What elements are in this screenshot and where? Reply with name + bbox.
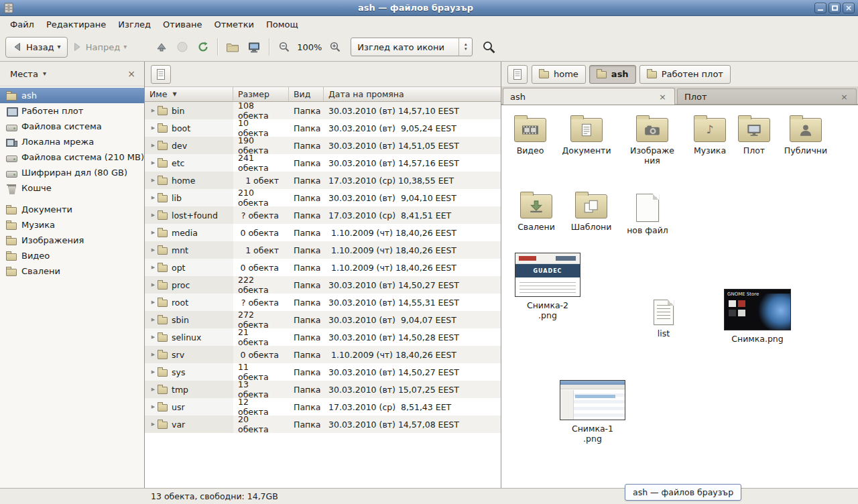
path-button[interactable]: Работен плот: [639, 65, 731, 84]
expander-icon[interactable]: ▶: [149, 212, 158, 218]
icon-item-public[interactable]: Публични: [778, 115, 834, 155]
back-button[interactable]: Назад ▾: [5, 37, 68, 58]
icon-item-templates[interactable]: Шаблони: [563, 191, 619, 232]
places-item[interactable]: Свалени: [0, 263, 144, 279]
file-row[interactable]: ▶ sys 11 обекта Папка 30.03.2010 (вт) 14…: [145, 363, 501, 381]
file-row[interactable]: ▶ home 1 обект Папка 17.03.2010 (ср) 10,…: [145, 172, 501, 189]
path-button[interactable]: home: [532, 65, 586, 84]
menu-edit[interactable]: Редактиране: [40, 17, 112, 32]
window-icon[interactable]: [3, 3, 14, 13]
search-button[interactable]: [478, 37, 500, 58]
icon-item-documents[interactable]: Документи: [558, 115, 615, 155]
menu-bookmarks[interactable]: Отметки: [208, 17, 259, 32]
maximize-button[interactable]: [829, 3, 841, 13]
computer-button[interactable]: [243, 37, 265, 58]
icon-item-snimka[interactable]: GNOME Store Снимка.png: [721, 288, 794, 344]
icon-item-new-file[interactable]: нов файл: [619, 191, 676, 235]
location-toggle-button[interactable]: [151, 65, 171, 84]
file-row[interactable]: ▶ media 0 обекта Папка 1.10.2009 (чт) 18…: [145, 224, 501, 241]
file-row[interactable]: ▶ lost+found ? обекта Папка 17.03.2010 (…: [145, 206, 501, 224]
icon-item-pictures[interactable]: Изображения: [622, 115, 682, 166]
icon-item-snimka2[interactable]: GUADEC Снимка-2.png: [511, 251, 585, 320]
file-row[interactable]: ▶ mnt 1 обект Папка 1.10.2009 (чт) 18,40…: [145, 241, 501, 259]
expander-icon[interactable]: ▶: [149, 387, 158, 392]
home-button[interactable]: [222, 37, 243, 58]
file-row[interactable]: ▶ bin 108 обекта Папка 30.03.2010 (вт) 1…: [145, 102, 501, 119]
sidebar-mode-selector[interactable]: Места ▾: [6, 67, 50, 81]
reload-button[interactable]: [192, 37, 213, 58]
expander-icon[interactable]: ▶: [149, 317, 158, 322]
icon-item-snimka1[interactable]: Снимка-1.png: [556, 379, 629, 444]
expander-icon[interactable]: ▶: [149, 404, 158, 410]
file-row[interactable]: ▶ tmp 13 обекта Папка 30.03.2010 (вт) 15…: [145, 381, 501, 398]
column-header-size[interactable]: Размер: [233, 87, 289, 101]
file-row[interactable]: ▶ selinux 21 обекта Папка 30.03.2010 (вт…: [145, 328, 501, 346]
expander-icon[interactable]: ▶: [149, 125, 158, 131]
icon-view[interactable]: Видео Документи Изображения ♪ Музика Пло…: [501, 105, 858, 488]
file-row[interactable]: ▶ srv 0 обекта Папка 1.10.2009 (чт) 18,4…: [145, 346, 501, 363]
file-row[interactable]: ▶ root ? обекта Папка 30.03.2010 (вт) 14…: [145, 294, 501, 311]
menu-go[interactable]: Отиване: [157, 17, 208, 32]
tab-close-icon[interactable]: ×: [658, 92, 668, 101]
window-titlebar[interactable]: ash — файлов браузър ×: [0, 0, 858, 16]
places-item[interactable]: Кошче: [0, 180, 144, 196]
expander-icon[interactable]: ▶: [149, 230, 158, 235]
menu-view[interactable]: Изглед: [112, 17, 157, 32]
places-item[interactable]: Музика: [0, 217, 144, 233]
stop-button[interactable]: [172, 37, 192, 58]
places-item[interactable]: Документи: [0, 202, 144, 217]
places-item[interactable]: ash: [0, 88, 144, 103]
column-header-type[interactable]: Вид: [289, 87, 324, 101]
expander-icon[interactable]: ▶: [149, 247, 158, 253]
expander-icon[interactable]: ▶: [149, 143, 158, 148]
places-item[interactable]: Локална мрежа: [0, 134, 144, 149]
expander-icon[interactable]: ▶: [149, 108, 158, 113]
file-row[interactable]: ▶ dev 190 обекта Папка 30.03.2010 (вт) 1…: [145, 137, 501, 154]
expander-icon[interactable]: ▶: [149, 369, 158, 375]
file-row[interactable]: ▶ usr 12 обекта Папка 17.03.2010 (ср) 8,…: [145, 398, 501, 416]
file-row[interactable]: ▶ etc 241 обекта Папка 30.03.2010 (вт) 1…: [145, 154, 501, 172]
forward-button[interactable]: Напред ▾: [68, 37, 131, 58]
path-button[interactable]: ash: [589, 65, 636, 84]
column-header-date[interactable]: Дата на промяна: [324, 87, 501, 101]
places-item[interactable]: Работен плот: [0, 103, 144, 119]
places-item[interactable]: Шифриран дял (80 GB): [0, 165, 144, 180]
close-button[interactable]: ×: [843, 3, 855, 13]
places-item[interactable]: Изображения: [0, 233, 144, 248]
tab-ash[interactable]: ash ×: [503, 88, 675, 105]
file-row[interactable]: ▶ lib 210 обекта Папка 30.03.2010 (вт) 9…: [145, 189, 501, 206]
icon-item-desktop[interactable]: Плот: [729, 115, 780, 155]
file-row[interactable]: ▶ var 20 обекта Папка 30.03.2010 (вт) 14…: [145, 416, 501, 433]
sidebar-close-button[interactable]: ×: [125, 68, 138, 80]
file-row[interactable]: ▶ boot 10 обекта Папка 30.03.2010 (вт) 9…: [145, 119, 501, 137]
expander-icon[interactable]: ▶: [149, 265, 158, 270]
minimize-button[interactable]: [814, 3, 826, 13]
file-row[interactable]: ▶ opt 0 обекта Папка 1.10.2009 (чт) 18,4…: [145, 259, 501, 276]
expander-icon[interactable]: ▶: [149, 334, 158, 340]
expander-icon[interactable]: ▶: [149, 282, 158, 288]
menu-help[interactable]: Помощ: [260, 17, 304, 32]
expander-icon[interactable]: ▶: [149, 352, 158, 357]
menu-file[interactable]: Файл: [4, 17, 40, 32]
zoom-in-button[interactable]: [324, 37, 345, 58]
icon-item-video[interactable]: Видео: [502, 115, 558, 155]
file-row[interactable]: ▶ proc 222 обекта Папка 30.03.2010 (вт) …: [145, 276, 501, 294]
expander-icon[interactable]: ▶: [149, 178, 158, 183]
up-button[interactable]: [151, 37, 172, 58]
places-item[interactable]: Файлова система (210 MB): [0, 149, 144, 165]
tab-plot[interactable]: Плот ×: [677, 88, 857, 104]
view-mode-selector[interactable]: Изглед като икони ▴ ▾: [351, 38, 473, 56]
expander-icon[interactable]: ▶: [149, 195, 158, 200]
location-toggle-button[interactable]: [507, 65, 528, 84]
zoom-out-button[interactable]: [273, 37, 294, 58]
expander-icon[interactable]: ▶: [149, 160, 158, 166]
tab-close-icon[interactable]: ×: [839, 92, 849, 101]
column-header-name[interactable]: Име ▼: [145, 87, 233, 101]
places-item[interactable]: Видео: [0, 248, 144, 263]
icon-item-downloads[interactable]: Свалени: [508, 191, 564, 232]
expander-icon[interactable]: ▶: [149, 300, 158, 305]
expander-icon[interactable]: ▶: [149, 422, 158, 427]
icon-item-list-file[interactable]: list: [635, 297, 692, 338]
places-item[interactable]: Файлова система: [0, 119, 144, 134]
file-row[interactable]: ▶ sbin 272 обекта Папка 30.03.2010 (вт) …: [145, 311, 501, 328]
